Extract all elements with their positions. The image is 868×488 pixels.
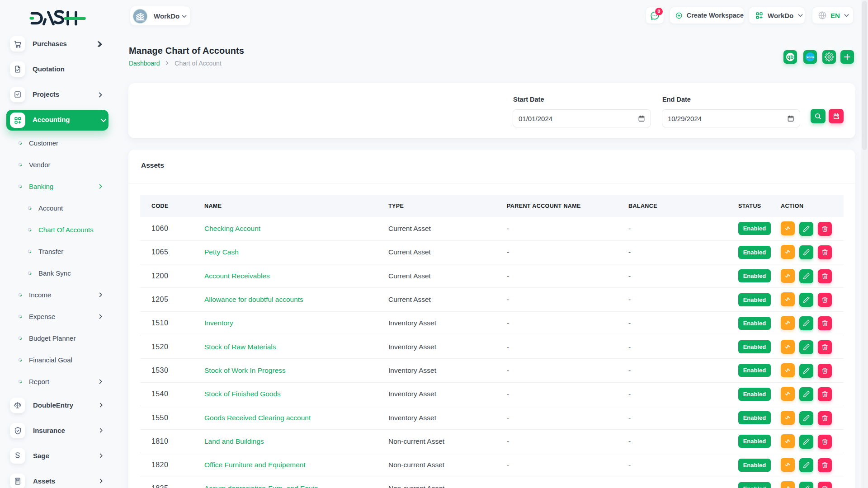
svg-text:qb: qb	[787, 54, 794, 60]
svg-text:xero: xero	[807, 55, 814, 59]
